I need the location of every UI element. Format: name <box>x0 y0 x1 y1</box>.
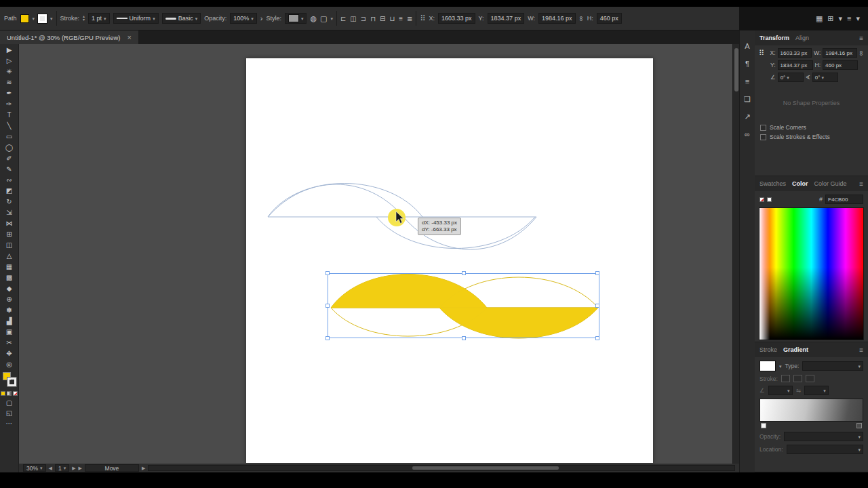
previous-artboard-icon[interactable]: ◀ <box>49 466 52 471</box>
character-panel-icon[interactable]: A <box>740 37 755 55</box>
shaper-tool[interactable]: ∾ <box>0 174 19 185</box>
symbol-sprayer-tool[interactable]: ✽ <box>0 304 19 315</box>
gradient-tool[interactable]: ▩ <box>0 272 19 283</box>
selection-handle[interactable] <box>595 271 599 275</box>
artboard-tool[interactable]: ▣ <box>0 326 19 337</box>
gradient-stop-start[interactable] <box>761 423 766 428</box>
scale-corners-checkbox[interactable] <box>760 125 766 131</box>
stroke-panel-icon[interactable]: ≡ <box>740 73 755 90</box>
reverse-gradient-icon[interactable]: ⇋ <box>796 387 801 394</box>
close-tab-icon[interactable]: × <box>127 33 132 41</box>
libraries-panel-icon[interactable]: ∞ <box>740 125 755 143</box>
rotate-tool[interactable]: ↻ <box>0 196 19 207</box>
selection-handle[interactable] <box>462 271 466 275</box>
stroke-weight-dropdown[interactable]: 1 pt ▾ <box>88 13 110 24</box>
export-panel-icon[interactable]: ↗ <box>740 108 755 125</box>
edit-toolbar-icon[interactable]: ⋯ <box>0 418 19 428</box>
align-vcenter-icon[interactable]: ⊟ <box>380 15 385 22</box>
zoom-tool[interactable]: ◎ <box>0 359 19 369</box>
gradient-slider[interactable] <box>760 399 863 422</box>
lasso-tool[interactable]: ≋ <box>0 77 19 87</box>
recolor-artwork-icon[interactable]: ◍ <box>310 15 317 22</box>
artboard-navigation-dropdown[interactable]: 1 ▾ <box>55 464 69 472</box>
fill-none-mini-swatch[interactable] <box>760 197 764 202</box>
selection-handle[interactable] <box>326 336 330 340</box>
width-profile-dropdown[interactable]: Uniform ▾ <box>113 13 159 24</box>
distribute-horizontal-icon[interactable]: ≡ <box>399 15 403 22</box>
free-transform-tool[interactable]: ⊞ <box>0 228 19 239</box>
reference-point-locator[interactable]: ⠿ <box>759 49 768 58</box>
arrange-documents-icon[interactable]: ▦ <box>816 14 823 23</box>
fill-color-swatch[interactable] <box>20 14 29 23</box>
gradient-button[interactable] <box>7 391 12 396</box>
mesh-tool[interactable]: ▦ <box>0 261 19 272</box>
gradient-fill-swatch[interactable] <box>760 361 776 371</box>
eraser-tool[interactable]: ◩ <box>0 185 19 196</box>
stroke-color-swatch[interactable] <box>38 14 47 23</box>
stroke-within-icon[interactable] <box>781 375 790 382</box>
constrain-proportions-icon[interactable]: ∞ <box>858 50 865 55</box>
vertical-scrollbar-thumb[interactable] <box>734 48 738 92</box>
hex-input[interactable]: F4CB00 <box>825 195 863 204</box>
type-tool[interactable]: T <box>0 109 19 120</box>
document-tab[interactable]: Untitled-1* @ 30% (RGB/GPU Preview) × <box>0 30 138 44</box>
artboard[interactable] <box>246 58 653 463</box>
selection-handle[interactable] <box>326 271 330 275</box>
gradient-aspect-dropdown[interactable]: ▾ <box>804 386 829 395</box>
width-tool[interactable]: ⋈ <box>0 218 19 228</box>
selection-tool[interactable]: ▶ <box>0 44 19 55</box>
shear-dropdown[interactable]: 0° ▾ <box>812 73 838 82</box>
align-right-icon[interactable]: ⊐ <box>361 15 366 22</box>
brush-definition-dropdown[interactable]: Basic ▾ <box>162 13 201 24</box>
fill-chevron-icon[interactable]: ▾ <box>33 16 35 21</box>
opacity-dropdown[interactable]: 100% ▾ <box>230 13 257 24</box>
transform-w-input[interactable]: 1984.16 px <box>823 48 857 58</box>
gradient-opacity-dropdown[interactable]: ▾ <box>784 432 863 441</box>
last-artboard-icon[interactable]: ▶ <box>79 466 82 471</box>
align-hcenter-icon[interactable]: ◫ <box>350 15 356 22</box>
w-input[interactable]: 1984.16 px <box>538 13 576 24</box>
search-menu-icon[interactable]: ≡ <box>847 14 851 22</box>
pencil-tool[interactable]: ✎ <box>0 163 19 174</box>
transform-y-input[interactable]: 1834.37 px <box>778 60 813 70</box>
stroke-across-icon[interactable] <box>806 375 814 382</box>
panel-menu-icon[interactable]: ≡ <box>859 35 863 42</box>
reference-point-icon[interactable]: ⠿ <box>420 15 425 22</box>
workspace-switcher-icon[interactable]: ⊞ <box>827 14 833 23</box>
x-input[interactable]: 1603.33 px <box>438 13 475 24</box>
hand-tool[interactable]: ✥ <box>0 348 19 359</box>
color-button[interactable] <box>1 391 5 396</box>
rotate-dropdown[interactable]: 0° ▾ <box>778 73 804 82</box>
stroke-along-icon[interactable] <box>793 375 802 382</box>
shape-builder-tool[interactable]: ◫ <box>0 239 19 250</box>
panel-menu-icon[interactable]: ≡ <box>859 346 863 354</box>
pen-tool[interactable]: ✒ <box>0 87 19 98</box>
horizontal-scrollbar[interactable] <box>148 465 735 471</box>
stroke-weight-stepper[interactable]: ▴ ▾ <box>83 15 85 22</box>
stroke-chevron-icon[interactable]: ▾ <box>50 16 53 21</box>
paintbrush-tool[interactable]: ✐ <box>0 152 19 163</box>
draw-mode-icon[interactable]: ▢ <box>0 398 19 408</box>
selection-handle[interactable] <box>462 336 466 340</box>
align-bottom-icon[interactable]: ⊔ <box>389 15 395 22</box>
magic-wand-tool[interactable]: ✳ <box>0 66 19 77</box>
column-graph-tool[interactable]: ▟ <box>0 315 19 326</box>
eyedropper-tool[interactable]: ◆ <box>0 283 19 293</box>
transform-x-input[interactable]: 1603.33 px <box>778 48 812 58</box>
zoom-dropdown[interactable]: 30% ▾ <box>23 464 46 472</box>
selection-handle[interactable] <box>595 304 599 308</box>
none-button[interactable] <box>13 391 18 396</box>
chevron-down-icon[interactable]: ▾ <box>779 364 782 369</box>
line-segment-tool[interactable]: ╲ <box>0 120 19 131</box>
tab-gradient[interactable]: Gradient <box>783 346 808 353</box>
stroke-swatch[interactable] <box>7 378 16 386</box>
color-spectrum[interactable] <box>759 207 864 340</box>
stepper-down-icon[interactable]: ▾ <box>83 18 85 22</box>
screen-mode-icon[interactable]: ◱ <box>0 408 19 418</box>
panel-menu-icon[interactable]: ≡ <box>859 180 863 188</box>
gradient-stop-end[interactable] <box>856 423 862 428</box>
select-similar-icon[interactable]: ▢ <box>320 15 327 22</box>
selection-handle[interactable] <box>595 336 599 340</box>
search-chevron-icon[interactable]: ▾ <box>856 14 860 23</box>
perspective-grid-tool[interactable]: △ <box>0 250 19 261</box>
